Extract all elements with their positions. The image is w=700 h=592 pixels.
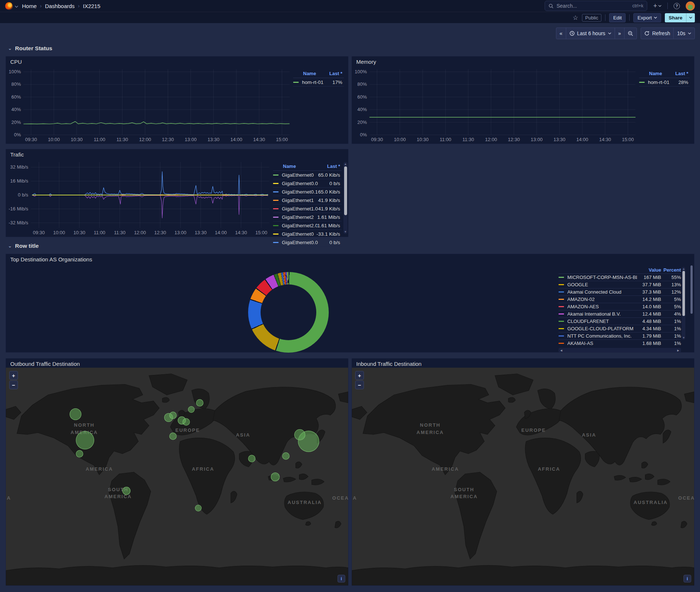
traffic-location-circle[interactable] — [169, 433, 177, 440]
traffic-location-circle[interactable] — [271, 473, 280, 481]
as-table-row[interactable]: Akamai International B.V.12.4 MiB4% — [559, 310, 681, 317]
legend-row[interactable]: hom-rt-0117% — [293, 78, 344, 87]
as-org-name: Akamai International B.V. — [567, 311, 637, 317]
map-attribution-icon[interactable]: i — [338, 575, 345, 582]
scrollbar-thumb[interactable] — [690, 265, 693, 314]
inbound-map[interactable]: + − i NORTH AMERICAAMERICASOUTH AMERICAE… — [352, 368, 694, 585]
legend-name-header[interactable]: Name — [293, 71, 329, 76]
scrollbar-thumb[interactable] — [344, 166, 347, 215]
share-dropdown-button[interactable] — [686, 13, 695, 22]
refresh-button[interactable]: Refresh — [641, 28, 674, 39]
edit-button[interactable]: Edit — [609, 13, 626, 22]
scrollbar-thumb[interactable] — [682, 271, 685, 316]
legend-row[interactable]: GigaEthernet065.0 Kib/s — [273, 171, 342, 179]
as-org-name: GOOGLE — [567, 282, 637, 287]
legend-row[interactable]: GigaEthernet2.01.61 Mib/s — [273, 221, 342, 230]
time-shift-back-button[interactable]: « — [556, 28, 566, 39]
percent-header[interactable]: Percent — [661, 267, 681, 273]
scroll-up-icon[interactable]: ▲ — [343, 162, 347, 166]
traffic-location-circle[interactable] — [183, 418, 190, 426]
scroll-down-icon[interactable]: ▼ — [343, 230, 347, 234]
refresh-interval-picker[interactable]: 10s — [674, 28, 695, 39]
breadcrumb-dashboard-name[interactable]: IX2215 — [83, 3, 100, 9]
traffic-location-circle[interactable] — [248, 455, 255, 462]
scroll-left-icon[interactable]: ◄ — [560, 349, 563, 352]
legend-last-header[interactable]: Last * — [675, 71, 688, 76]
search-box[interactable]: ctrl+k — [545, 1, 647, 11]
panel-title[interactable]: Trafic — [6, 149, 348, 158]
legend-row[interactable]: GigaEthernet0.00 b/s — [273, 179, 342, 188]
search-input[interactable] — [556, 3, 629, 9]
traffic-location-circle[interactable] — [195, 505, 202, 511]
time-shift-forward-button[interactable]: » — [615, 28, 625, 39]
cpu-chart[interactable]: 0%20%40%60%80%100%09:3010:0010:3011:0011… — [6, 66, 293, 144]
legend-row[interactable]: GigaEthernet0-33.1 Kib/s — [273, 230, 342, 238]
outbound-map[interactable]: + − i NORTH AMERICAAMERICASOUTH AMERICAE… — [6, 368, 348, 585]
legend-row[interactable]: GigaEthernet1.041.9 Kib/s — [273, 205, 342, 213]
row-header-router-status[interactable]: ⌄ Router Status — [8, 45, 52, 52]
legend-row[interactable]: GigaEthernet141.9 Kib/s — [273, 196, 342, 205]
time-range-picker[interactable]: Last 6 hours — [566, 28, 615, 39]
as-table-row[interactable]: GOOGLE37.7 MiB13% — [559, 281, 681, 288]
panel-title[interactable]: CPU — [6, 56, 348, 66]
legend-name-header[interactable]: Name — [273, 163, 327, 169]
breadcrumb-home[interactable]: Home — [22, 3, 37, 9]
as-table-hscrollbar[interactable]: ◄► — [559, 348, 681, 353]
legend-last-header[interactable]: Last * — [329, 71, 342, 76]
as-table-row[interactable]: GOOGLE-CLOUD-PLATFORM4.34 MiB1% — [559, 325, 681, 332]
map-zoom-out-button[interactable]: − — [9, 380, 18, 389]
panel-title[interactable]: Outbound Traffic Destination — [6, 358, 348, 368]
traffic-location-circle[interactable] — [282, 452, 290, 460]
panel-title[interactable]: Inbound Traffic Destination — [352, 358, 694, 368]
traffic-location-circle[interactable] — [70, 408, 81, 420]
map-attribution-icon[interactable]: i — [684, 575, 691, 582]
as-table-row[interactable]: CLOUDFLARENET4.48 MiB1% — [559, 317, 681, 325]
legend-row[interactable]: GigaEthernet0.00 b/s — [273, 238, 342, 247]
add-menu[interactable]: + — [653, 3, 662, 9]
share-button[interactable]: Share — [665, 13, 686, 22]
user-avatar[interactable] — [686, 1, 695, 11]
map-zoom-out-button[interactable]: − — [355, 380, 364, 389]
legend-last-header[interactable]: Last * — [327, 163, 340, 169]
panel-title[interactable]: Memory — [352, 56, 694, 66]
scroll-up-icon[interactable]: ▲ — [682, 267, 686, 271]
traffic-location-circle[interactable] — [294, 429, 305, 440]
as-donut-chart[interactable] — [248, 272, 329, 353]
legend-scrollbar[interactable]: ▲ ▼ — [343, 162, 347, 234]
as-table-row[interactable]: NTT PC Communications, Inc.1.79 MiB1% — [559, 332, 681, 339]
star-icon[interactable]: ☆ — [573, 14, 578, 22]
legend-row[interactable]: hom-rt-0128% — [639, 78, 690, 87]
row-header-row-title[interactable]: ⌄ Row title — [8, 243, 39, 249]
value-header[interactable]: Value — [637, 267, 661, 273]
traffic-location-circle[interactable] — [76, 450, 83, 457]
traffic-location-circle[interactable] — [196, 399, 203, 407]
map-zoom-in-button[interactable]: + — [9, 371, 18, 380]
memory-chart[interactable]: 0%20%40%60%80%100%09:3010:0010:3011:0011… — [352, 66, 639, 144]
traffic-location-circle[interactable] — [76, 431, 94, 449]
as-table-row[interactable]: AMAZON-AES14.0 MiB5% — [559, 303, 681, 310]
as-table-row[interactable]: MICROSOFT-CORP-MSN-AS-BLOCK167 MiB55% — [559, 273, 681, 281]
as-table-row[interactable]: Akamai Connected Cloud37.3 MiB12% — [559, 288, 681, 295]
legend-name-header[interactable]: Name — [639, 71, 675, 76]
grafana-logo[interactable] — [5, 2, 13, 10]
traffic-location-circle[interactable] — [169, 412, 177, 419]
breadcrumb-dashboards[interactable]: Dashboards — [45, 3, 75, 9]
legend-row[interactable]: GigaEthernet21.61 Mib/s — [273, 213, 342, 221]
as-table-row[interactable]: AKAMAI-AS1.68 MiB1% — [559, 339, 681, 347]
org-switcher-chevron-icon[interactable] — [15, 3, 18, 9]
legend-row[interactable]: GigaEthernet0.165.0 Kib/s — [273, 188, 342, 196]
map-zoom-in-button[interactable]: + — [355, 371, 364, 380]
panel-scrollbar[interactable] — [690, 265, 693, 349]
zoom-out-button[interactable] — [625, 28, 637, 39]
as-table-row[interactable]: AMAZON-0214.2 MiB5% — [559, 295, 681, 303]
traffic-chart[interactable]: -32 Mib/s-16 Mib/s0 b/s16 Mib/s32 Mib/s0… — [6, 158, 273, 237]
traffic-location-circle[interactable] — [188, 406, 195, 413]
traffic-location-circle[interactable] — [122, 487, 130, 495]
panel-title[interactable]: Top Destination AS Organizations — [6, 254, 694, 263]
scroll-down-icon[interactable]: ▼ — [682, 336, 686, 339]
as-table-scrollbar[interactable]: ▲ ▼ — [682, 267, 685, 340]
export-button[interactable]: Export — [633, 13, 661, 22]
scroll-right-icon[interactable]: ► — [677, 349, 680, 352]
svg-text:11:30: 11:30 — [117, 137, 128, 142]
help-button[interactable]: ? — [674, 3, 680, 9]
